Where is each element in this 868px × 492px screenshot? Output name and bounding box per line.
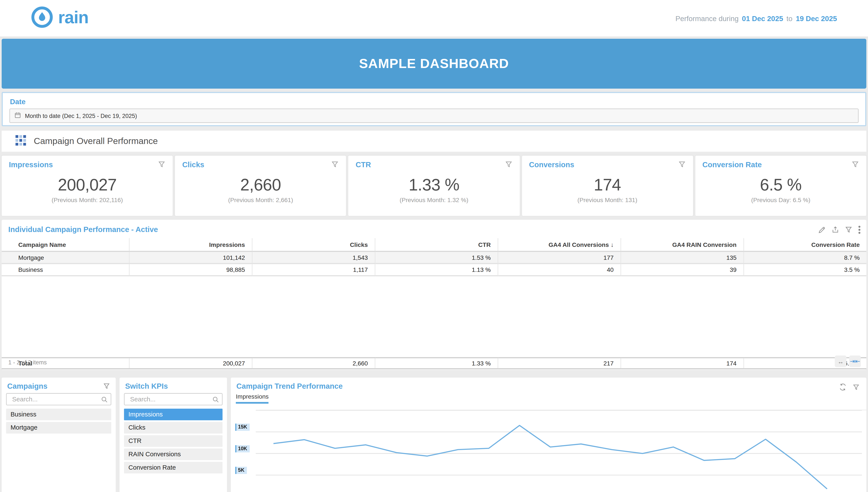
col-clicks[interactable]: Clicks — [252, 238, 375, 251]
kpi-item-clicks[interactable]: Clicks — [124, 422, 223, 434]
kpi-value: 6.5 % — [695, 176, 866, 194]
sort-desc-icon: ↓ — [611, 241, 614, 248]
kpi-value: 2,660 — [175, 176, 346, 194]
kpi-card-row: Impressions 200,027 (Previous Month: 202… — [2, 155, 867, 216]
kpi-title: CTR — [356, 161, 371, 169]
total-ga4-all: 217 — [498, 358, 620, 369]
table-row-business[interactable]: Business 98,885 1,117 1.13 % 40 39 3.5 % — [2, 264, 867, 276]
kpi-card-conversions: Conversions 174 (Previous Month: 131) — [522, 155, 693, 216]
export-icon[interactable] — [832, 226, 839, 234]
cell-conv-rate: 3.5 % — [743, 264, 866, 276]
kpi-card-impressions: Impressions 200,027 (Previous Month: 202… — [2, 155, 173, 216]
total-ctr: 1.33 % — [375, 358, 498, 369]
cell-ga4-all: 40 — [498, 264, 620, 276]
switch-kpis-title: Switch KPIs — [125, 382, 168, 390]
col-campaign-name[interactable]: Campaign Name — [2, 238, 129, 251]
edit-icon[interactable] — [818, 226, 826, 234]
campaigns-search-input[interactable] — [6, 393, 111, 405]
kpi-value: 174 — [522, 176, 693, 194]
campaign-item-business[interactable]: Business — [6, 409, 111, 420]
campaigns-title: Campaigns — [7, 382, 47, 390]
kpi-value: 1.33 % — [348, 176, 519, 194]
expand-columns-button[interactable]: ↔ — [835, 355, 846, 367]
switch-kpis-panel: Switch KPIs Impressions Clicks CTR RAIN … — [120, 378, 227, 492]
y-axis-tick: 10K — [235, 445, 249, 452]
y-axis-tick: 5K — [235, 467, 247, 474]
filter-icon[interactable] — [505, 161, 512, 170]
cell-ga4-rain: 135 — [620, 251, 743, 264]
filter-icon[interactable] — [852, 383, 860, 393]
campaign-table-panel: Individual Campaign Performance - Active… — [2, 220, 867, 370]
kpi-subtitle: (Previous Month: 2,661) — [175, 197, 346, 203]
campaign-table-title: Individual Campaign Performance - Active — [8, 225, 158, 234]
table-empty-space — [2, 276, 867, 357]
kpi-item-rain-conversions[interactable]: RAIN Conversions — [124, 448, 223, 460]
rain-drop-icon — [31, 6, 53, 30]
col-ctr[interactable]: CTR — [375, 238, 498, 251]
campaign-item-mortgage[interactable]: Mortgage — [6, 422, 111, 434]
cell-ctr: 1.13 % — [375, 264, 498, 276]
total-impressions: 200,027 — [129, 358, 252, 369]
campaigns-list: Business Mortgage — [6, 409, 111, 435]
kpi-title: Impressions — [9, 161, 53, 169]
filter-icon[interactable] — [331, 161, 339, 170]
trend-chart-area: 15K10K5K — [231, 405, 866, 492]
col-impressions[interactable]: Impressions — [129, 238, 252, 251]
col-ga4-rain-conversion[interactable]: GA4 RAIN Conversion — [620, 238, 743, 251]
rain-logo[interactable]: rain — [31, 6, 88, 30]
cell-clicks: 1,117 — [252, 264, 375, 276]
cell-ctr: 1.53 % — [375, 251, 498, 264]
dashboard-app: rain Performance during 01 Dec 2025 to 1… — [0, 0, 868, 492]
kebab-menu-icon[interactable] — [858, 225, 861, 234]
trend-chart-title: Campaign Trend Performance — [236, 382, 343, 390]
date-range-select[interactable]: Month to date (Dec 1, 2025 - Dec 19, 202… — [9, 108, 859, 123]
kpi-value: 200,027 — [2, 176, 173, 194]
search-icon — [101, 395, 108, 405]
range-start-date: 01 Dec 2025 — [742, 14, 783, 23]
dashboard-banner: SAMPLE DASHBOARD — [2, 39, 867, 89]
performance-range-label: Performance during — [675, 14, 739, 23]
performance-range: Performance during 01 Dec 2025 to 19 Dec… — [675, 14, 852, 23]
date-filter-label: Date — [10, 98, 859, 106]
kpi-item-ctr[interactable]: CTR — [124, 435, 223, 447]
col-conversion-rate[interactable]: Conversion Rate — [743, 238, 866, 251]
kpi-item-conversion-rate[interactable]: Conversion Rate — [124, 462, 223, 473]
kpi-subtitle: (Previous Month: 131) — [522, 197, 693, 203]
range-connector: to — [787, 14, 792, 23]
filter-icon[interactable] — [103, 382, 110, 392]
refresh-icon[interactable] — [839, 383, 847, 393]
section-header: Campaign Overall Performance — [2, 131, 867, 152]
kpi-item-impressions[interactable]: Impressions — [124, 409, 223, 420]
campaigns-panel: Campaigns Business Mortgage — [2, 378, 116, 492]
table-row-mortgage[interactable]: Mortgage 101,142 1,543 1.53 % 177 135 8.… — [2, 251, 867, 264]
filter-icon[interactable] — [158, 161, 166, 170]
date-range-value: Month to date (Dec 1, 2025 - Dec 19, 202… — [25, 112, 137, 119]
y-axis-tick: 15K — [235, 423, 249, 430]
cell-clicks: 1,543 — [252, 251, 375, 264]
kpi-subtitle: (Previous Month: 1.32 %) — [348, 197, 519, 203]
top-header: rain Performance during 01 Dec 2025 to 1… — [0, 0, 868, 36]
filter-icon[interactable] — [845, 226, 852, 234]
kpi-title: Conversions — [529, 161, 574, 169]
kpi-card-ctr: CTR 1.33 % (Previous Month: 1.32 %) — [348, 155, 519, 216]
cell-impressions: 101,142 — [129, 251, 252, 264]
cell-ga4-rain: 39 — [620, 264, 743, 276]
filter-icon[interactable] — [851, 161, 859, 170]
total-ga4-rain: 174 — [620, 358, 743, 369]
trend-chart-panel: Campaign Trend Performance Impressions 1… — [231, 378, 866, 492]
filter-icon[interactable] — [678, 161, 686, 170]
pagination-status: 1 - 2 of 2 items — [8, 359, 47, 365]
section-title: Campaign Overall Performance — [34, 136, 158, 146]
search-icon — [212, 395, 219, 405]
kpi-subtitle: (Previous Month: 202,116) — [2, 197, 173, 203]
date-filter-panel: Date Month to date (Dec 1, 2025 - Dec 19… — [2, 92, 867, 126]
kpi-card-conversion-rate: Conversion Rate 6.5 % (Previous Day: 6.5… — [695, 155, 866, 216]
tab-impressions[interactable]: Impressions — [236, 393, 269, 404]
collapse-columns-button[interactable]: ⇥⇤ — [849, 355, 861, 367]
range-end-date: 19 Dec 2025 — [796, 14, 837, 23]
kpis-search-input[interactable] — [124, 393, 223, 405]
col-ga4-all-conversions[interactable]: GA4 All Conversions ↓ — [498, 238, 620, 251]
kpi-subtitle: (Previous Day: 6.5 %) — [695, 197, 866, 203]
kpi-title: Clicks — [182, 161, 204, 169]
total-clicks: 2,660 — [252, 358, 375, 369]
